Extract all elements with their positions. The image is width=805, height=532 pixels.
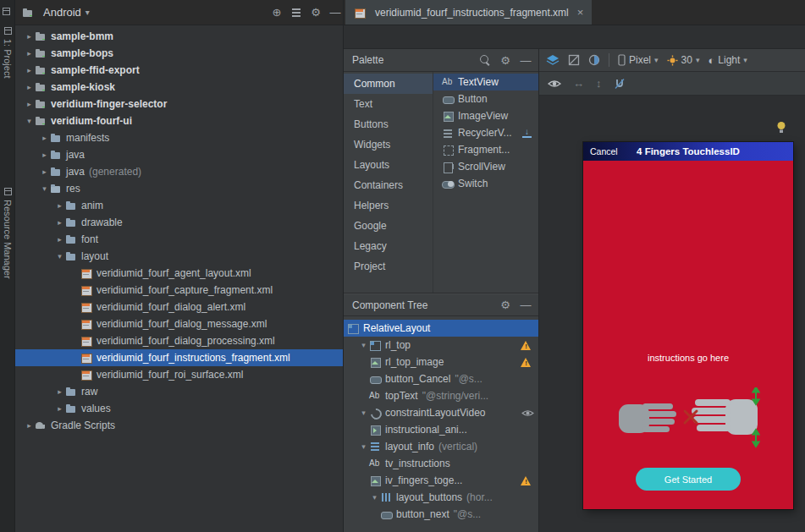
hands-illustration[interactable] (614, 387, 763, 448)
component-tree-node[interactable]: button_next "@s... (344, 506, 538, 523)
project-tree-item[interactable]: sample-kiosk (15, 79, 343, 96)
preview-get-started-button[interactable]: Get Started (636, 468, 741, 491)
project-tree-item[interactable]: anim (15, 197, 343, 214)
pan-vertical-icon[interactable]: ↕ (596, 77, 602, 90)
chevron-right-icon[interactable] (54, 197, 65, 214)
device-preview[interactable]: Cancel 4 Fingers TouchlessID instruction… (583, 142, 793, 509)
pan-horizontal-icon[interactable]: ↔ (573, 77, 584, 90)
palette-category[interactable]: Google (344, 216, 433, 236)
palette-category[interactable]: Text (344, 94, 433, 114)
chevron-down-icon[interactable] (369, 489, 380, 506)
gear-icon[interactable]: ⚙ (498, 52, 513, 68)
design-canvas[interactable]: Cancel 4 Fingers TouchlessID instruction… (539, 96, 805, 532)
palette-category[interactable]: Layouts (344, 155, 433, 175)
project-tree-item[interactable]: raw (15, 383, 343, 400)
project-tree-item[interactable]: manifests (15, 129, 343, 146)
tool-window-project-button[interactable]: 1: Project (0, 27, 15, 78)
palette-component[interactable]: Switch (433, 175, 538, 192)
chevron-right-icon[interactable] (24, 45, 35, 62)
chevron-down-icon[interactable] (54, 248, 65, 265)
search-icon[interactable] (479, 54, 491, 66)
palette-component[interactable]: Button (433, 90, 538, 107)
project-tree-item[interactable]: sample-ffid-export (15, 62, 343, 79)
project-tree-item[interactable]: veridium-fourf-ui (15, 112, 343, 129)
chevron-down-icon[interactable] (358, 438, 369, 455)
palette-component[interactable]: RecyclerV... (433, 124, 538, 141)
gear-icon[interactable]: ⚙ (308, 5, 323, 20)
component-tree-node[interactable]: iv_fingers_toge... ! (344, 472, 538, 489)
api-selector[interactable]: 30 ▾ (667, 54, 700, 66)
component-tree-node[interactable]: layout_info (vertical) (344, 438, 538, 455)
preview-cancel-button[interactable]: Cancel (590, 146, 618, 156)
component-tree-node[interactable]: constraintLayoutVideo (344, 404, 538, 421)
project-tree-item[interactable]: java (generated) (15, 163, 343, 180)
project-tree-item[interactable]: veridiumid_fourf_agent_layout.xml (15, 265, 343, 282)
tool-window-resource-manager-button[interactable]: Resource Manager (0, 188, 15, 279)
palette-component[interactable]: TextView (433, 74, 538, 90)
theme-selector[interactable]: ◐ Light ▾ (708, 54, 747, 67)
view-options-eye-icon[interactable] (548, 79, 561, 89)
project-tree-item[interactable]: values (15, 400, 343, 417)
component-tree-node[interactable]: RelativeLayout (344, 320, 538, 337)
component-tree-node[interactable]: topText "@string/veri... (344, 387, 538, 404)
palette-category[interactable]: Buttons (344, 114, 433, 134)
chevron-right-icon[interactable] (39, 163, 50, 180)
project-tree-item[interactable]: veridium-finger-selector (15, 96, 343, 112)
preview-instructions-text[interactable]: instructions go here (583, 353, 793, 363)
project-tree-item[interactable]: veridiumid_fourf_instructions_fragment.x… (15, 349, 343, 366)
view-options-icon[interactable] (289, 5, 304, 20)
project-tree-item[interactable]: veridiumid_fourf_dialog_message.xml (15, 315, 343, 332)
palette-category[interactable]: Legacy (344, 236, 433, 256)
chevron-down-icon[interactable] (39, 180, 50, 197)
color-picker-icon[interactable] (588, 54, 600, 66)
chevron-right-icon[interactable] (24, 28, 35, 45)
chevron-right-icon[interactable] (54, 231, 65, 248)
project-tree-item[interactable]: layout (15, 248, 343, 265)
project-tree-item[interactable]: sample-bmm (15, 28, 343, 45)
lightbulb-icon[interactable] (776, 121, 786, 136)
component-tree-node[interactable]: button_Cancel "@s... (344, 370, 538, 387)
chevron-down-icon[interactable] (358, 404, 369, 421)
chevron-right-icon[interactable] (24, 417, 35, 434)
component-tree-node[interactable]: layout_buttons (hor... (344, 489, 538, 506)
component-tree-node[interactable]: rl_top ! (344, 337, 538, 354)
chevron-right-icon[interactable] (54, 214, 65, 231)
palette-component[interactable]: ScrollView (433, 158, 538, 175)
component-tree-node[interactable]: rl_top_image ! (344, 354, 538, 370)
gear-icon[interactable]: ⚙ (498, 298, 513, 313)
device-selector[interactable]: Pixel ▾ (618, 54, 659, 66)
palette-category[interactable]: Widgets (344, 134, 433, 155)
preview-action-bar[interactable]: Cancel 4 Fingers TouchlessID (583, 142, 793, 161)
palette-category[interactable]: Helpers (344, 195, 433, 216)
project-tree-item[interactable]: Gradle Scripts (15, 417, 343, 434)
locate-file-icon[interactable]: ⊕ (269, 5, 284, 20)
project-tree-item[interactable]: font (15, 231, 343, 248)
project-tree-item[interactable]: veridiumid_fourf_capture_fragment.xml (15, 282, 343, 299)
chevron-right-icon[interactable] (24, 96, 35, 112)
component-tree-node[interactable]: tv_instructions (344, 455, 538, 472)
autoconnect-magnet-icon[interactable] (614, 78, 626, 90)
palette-category[interactable]: Containers (344, 175, 433, 195)
palette-category[interactable]: Project (344, 256, 433, 277)
download-icon[interactable] (522, 128, 532, 138)
palette-component[interactable]: ImageView (433, 107, 538, 124)
minimize-panel-icon[interactable]: — (518, 298, 533, 313)
minimize-panel-icon[interactable]: — (518, 52, 533, 68)
hide-panel-icon[interactable]: — (328, 5, 343, 20)
chevron-down-icon[interactable] (24, 112, 35, 129)
project-tree-item[interactable]: veridiumid_fourf_roi_surface.xml (15, 366, 343, 383)
chevron-right-icon[interactable] (54, 383, 65, 400)
project-tree-item[interactable]: drawable (15, 214, 343, 231)
component-tree-node[interactable]: instructional_ani... (344, 421, 538, 438)
project-view-selector[interactable]: Android (43, 6, 81, 19)
chevron-right-icon[interactable] (39, 129, 50, 146)
chevron-right-icon[interactable] (24, 79, 35, 96)
project-tree-item[interactable]: veridiumid_fourf_dialog_alert.xml (15, 299, 343, 315)
visibility-eye-icon[interactable] (521, 409, 534, 418)
layers-icon[interactable] (546, 54, 560, 66)
chevron-right-icon[interactable] (24, 62, 35, 79)
project-tree-item[interactable]: res (15, 180, 343, 197)
palette-component[interactable]: Fragment... (433, 141, 538, 158)
project-tree-item[interactable]: veridiumid_fourf_dialog_processing.xml (15, 332, 343, 349)
project-tree-item[interactable]: sample-bops (15, 45, 343, 62)
